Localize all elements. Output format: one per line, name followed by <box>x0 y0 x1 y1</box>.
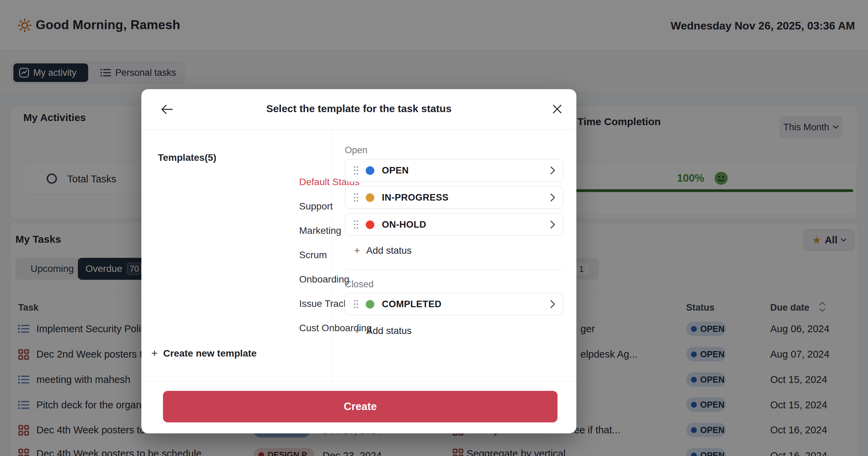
drag-handle-icon[interactable] <box>353 299 359 309</box>
template-item-scrum[interactable]: Scrum <box>299 250 327 261</box>
status-row-in-progress[interactable]: IN-PROGRESS <box>345 186 563 209</box>
close-icon[interactable] <box>552 104 563 115</box>
templates-heading: Templates(5) <box>158 152 216 163</box>
chevron-right-icon <box>550 166 555 175</box>
status-row-open[interactable]: OPEN <box>345 159 563 182</box>
status-row-completed[interactable]: COMPLETED <box>345 293 563 315</box>
add-status-label: Add status <box>366 245 412 256</box>
chevron-right-icon <box>550 220 555 229</box>
closed-group-label: Closed <box>345 279 374 290</box>
status-name: COMPLETED <box>382 299 442 310</box>
drag-handle-icon[interactable] <box>353 219 359 230</box>
status-name: IN-PROGRESS <box>382 192 449 203</box>
modal-footer-divider <box>141 381 576 382</box>
status-template-modal: Select the template for the task status … <box>141 89 576 433</box>
open-group-label: Open <box>345 145 367 156</box>
status-name: ON-HOLD <box>382 219 426 230</box>
modal-title: Select the template for the task status <box>141 103 576 115</box>
template-item-support[interactable]: Support <box>299 201 333 212</box>
add-status-button-open[interactable]: + Add status <box>354 245 412 256</box>
create-button[interactable]: Create <box>163 391 558 422</box>
status-color-dot <box>366 193 374 202</box>
status-row-on-hold[interactable]: ON-HOLD <box>345 213 563 236</box>
modal-header-divider <box>141 130 576 130</box>
plus-icon: + <box>354 245 360 256</box>
drag-handle-icon[interactable] <box>353 192 359 203</box>
add-status-button-closed[interactable]: + Add status <box>354 325 412 337</box>
create-new-template-label: Create new template <box>163 348 257 359</box>
section-divider <box>345 269 563 270</box>
create-new-template-button[interactable]: + Create new template <box>151 347 257 360</box>
add-status-label: Add status <box>366 325 412 336</box>
status-name: OPEN <box>382 165 409 176</box>
template-item-onboarding[interactable]: Onboarding <box>299 274 349 285</box>
template-item-marketing[interactable]: Marketing <box>299 225 341 236</box>
plus-icon: + <box>354 325 360 337</box>
status-color-dot <box>366 220 374 229</box>
modal-panel-divider <box>331 130 332 381</box>
plus-icon: + <box>151 347 158 360</box>
status-color-dot <box>366 300 374 309</box>
chevron-right-icon <box>550 193 555 202</box>
status-color-dot <box>366 166 374 175</box>
chevron-right-icon <box>550 300 555 309</box>
drag-handle-icon[interactable] <box>353 165 359 176</box>
